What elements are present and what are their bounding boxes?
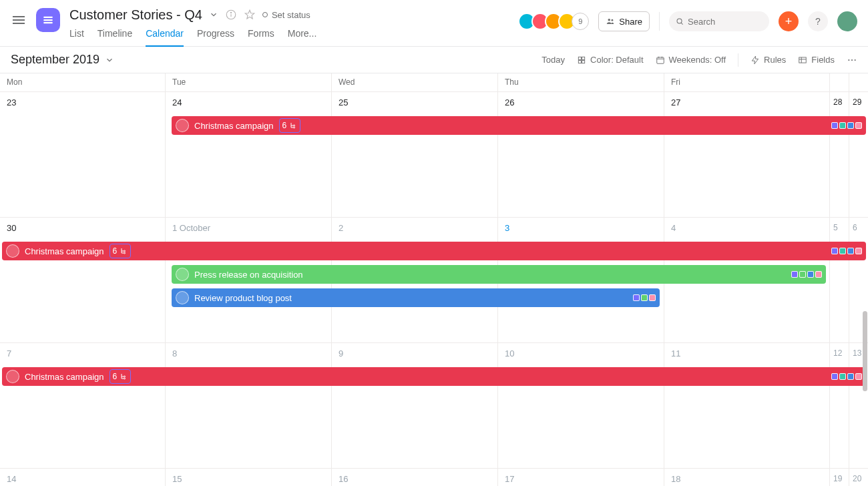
scrollbar-thumb[interactable]: [863, 311, 867, 391]
project-block: Customer Stories - Q4 Set status List Ti…: [69, 5, 316, 47]
set-status[interactable]: Set status: [262, 10, 310, 20]
svg-point-10: [608, 19, 611, 21]
day-cell[interactable]: 17: [498, 469, 664, 484]
divider: [738, 53, 738, 67]
month-picker[interactable]: September 2019: [11, 53, 114, 67]
svg-point-27: [851, 59, 853, 60]
fields-button[interactable]: Fields: [798, 55, 835, 65]
member-avatars[interactable]: 9: [522, 13, 589, 30]
color-icon: [577, 55, 586, 65]
add-button[interactable]: +: [779, 11, 799, 31]
chevron-down-icon[interactable]: [209, 10, 218, 19]
event-title: Press release on acquisition: [194, 270, 303, 280]
day-cell[interactable]: 19: [830, 469, 849, 484]
event-review-blog[interactable]: Review product blog post: [172, 288, 660, 307]
tab-forms[interactable]: Forms: [248, 28, 274, 47]
weekday-header: Mon Tue Wed Thu Fri: [0, 73, 868, 92]
event-press-release[interactable]: Press release on acquisition: [172, 265, 826, 284]
user-avatar[interactable]: [837, 11, 857, 31]
share-button[interactable]: Share: [598, 11, 650, 31]
svg-rect-23: [799, 57, 807, 62]
subtask-icon: [120, 247, 128, 255]
subtask-count: 6: [113, 246, 118, 256]
info-icon[interactable]: [225, 9, 237, 21]
project-tags: [791, 271, 822, 278]
event-title: Christmas campaign: [194, 121, 274, 131]
project-icon[interactable]: [36, 8, 60, 32]
assignee-avatar: [176, 268, 189, 281]
day-cell[interactable]: 2: [332, 218, 498, 233]
tab-list[interactable]: List: [69, 28, 84, 47]
calendar-toolbar: September 2019 Today Color: Default Week…: [0, 47, 868, 73]
tab-timeline[interactable]: Timeline: [97, 28, 132, 47]
dots-icon: [847, 55, 857, 65]
day-cell[interactable]: 30: [0, 218, 166, 233]
weekday-sun: [849, 73, 868, 91]
avatar-overflow[interactable]: 9: [572, 13, 589, 30]
search-input[interactable]: [688, 17, 763, 27]
svg-rect-18: [656, 57, 664, 63]
day-cell[interactable]: 29: [849, 92, 868, 107]
week-row: 30 1 October 2 3 4 5 6 Christmas campaig…: [0, 218, 868, 343]
svg-point-11: [612, 19, 614, 21]
day-cell[interactable]: 27: [664, 92, 830, 107]
star-icon[interactable]: [244, 9, 256, 21]
weekday-wed: Wed: [332, 73, 498, 91]
weekday-thu: Thu: [498, 73, 664, 91]
day-cell[interactable]: 4: [664, 218, 830, 233]
calendar-icon: [656, 55, 665, 65]
rules-button[interactable]: Rules: [750, 55, 786, 65]
event-christmas[interactable]: Christmas campaign 6: [172, 116, 866, 135]
day-cell[interactable]: 10: [498, 343, 664, 358]
month-label: September 2019: [11, 53, 99, 67]
weekends-toggle[interactable]: Weekends: Off: [656, 55, 726, 65]
day-cell[interactable]: 14: [0, 469, 166, 484]
day-cell[interactable]: 28: [830, 92, 849, 107]
day-cell[interactable]: 8: [166, 343, 332, 358]
svg-rect-17: [582, 60, 585, 63]
calendar-grid: Mon Tue Wed Thu Fri 23 24 25 26 27 28 29…: [0, 73, 868, 486]
more-actions[interactable]: [847, 55, 857, 65]
tab-more[interactable]: More...: [288, 28, 317, 47]
day-cell[interactable]: 9: [332, 343, 498, 358]
event-christmas[interactable]: Christmas campaign 6: [2, 367, 866, 386]
day-cell[interactable]: 24: [166, 92, 332, 107]
tab-calendar[interactable]: Calendar: [146, 28, 184, 47]
tab-progress[interactable]: Progress: [197, 28, 234, 47]
project-tags: [831, 248, 862, 254]
svg-line-13: [681, 23, 683, 25]
day-cell[interactable]: 11: [664, 343, 830, 358]
chevron-down-icon: [105, 55, 114, 65]
topbar-left: Customer Stories - Q4 Set status List Ti…: [11, 5, 316, 47]
subtask-badge: 6: [279, 118, 301, 133]
day-cell[interactable]: 7: [0, 343, 166, 358]
day-cell[interactable]: 16: [332, 469, 498, 484]
day-cell[interactable]: 25: [332, 92, 498, 107]
weekday-sat: [830, 73, 849, 91]
day-cell-today[interactable]: 3: [498, 218, 664, 233]
day-cell[interactable]: 20: [849, 469, 868, 484]
today-button[interactable]: Today: [541, 55, 565, 65]
week-row: 23 24 25 26 27 28 29 Christmas campaign …: [0, 92, 868, 218]
day-cell[interactable]: 6: [849, 218, 868, 233]
day-cell[interactable]: 1 October: [166, 218, 332, 233]
menu-icon[interactable]: [11, 12, 27, 28]
color-filter[interactable]: Color: Default: [577, 55, 643, 65]
search-box[interactable]: [669, 11, 769, 31]
lightning-icon: [750, 55, 760, 65]
day-cell[interactable]: 15: [166, 469, 332, 484]
day-cell[interactable]: 5: [830, 218, 849, 233]
weekday-fri: Fri: [664, 73, 830, 91]
svg-point-28: [855, 59, 856, 60]
day-cell[interactable]: 12: [830, 343, 849, 358]
day-cell[interactable]: 18: [664, 469, 830, 484]
day-cell[interactable]: 23: [0, 92, 166, 107]
project-title[interactable]: Customer Stories - Q4: [69, 7, 202, 23]
divider: [659, 12, 660, 31]
event-christmas[interactable]: Christmas campaign 6: [2, 242, 866, 260]
project-tags: [633, 294, 656, 301]
assignee-avatar: [176, 119, 189, 132]
svg-rect-14: [578, 57, 581, 59]
help-button[interactable]: ?: [808, 11, 828, 31]
day-cell[interactable]: 26: [498, 92, 664, 107]
